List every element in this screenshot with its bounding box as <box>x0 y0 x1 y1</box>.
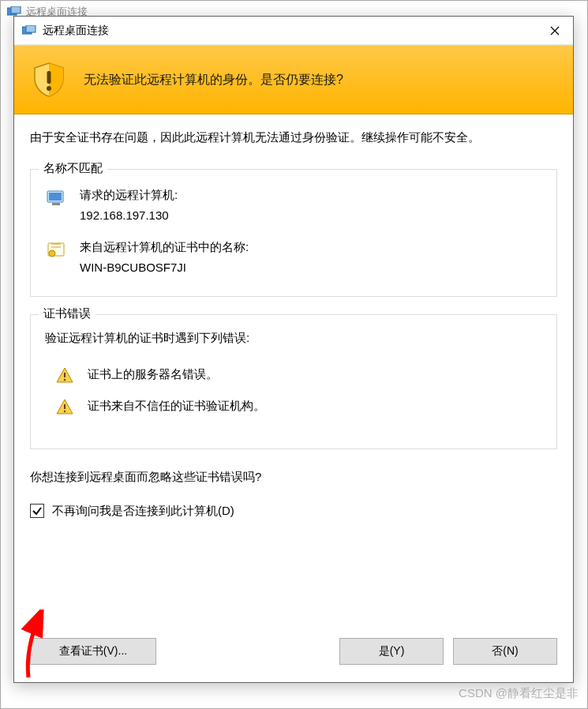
cert-errors-intro: 验证远程计算机的证书时遇到下列错误: <box>45 331 542 346</box>
banner-message: 无法验证此远程计算机的身份。是否仍要连接? <box>84 72 343 88</box>
titlebar: 远程桌面连接 <box>14 17 573 45</box>
svg-point-5 <box>47 86 51 91</box>
rdp-icon <box>22 25 36 36</box>
warning-icon <box>56 398 73 415</box>
warning-icon <box>56 366 73 384</box>
close-icon <box>550 26 560 36</box>
mismatch-title: 名称不匹配 <box>39 161 107 176</box>
button-row: 查看证书(V)... 是(Y) 否(N) <box>14 638 573 682</box>
svg-point-14 <box>64 410 66 411</box>
svg-rect-4 <box>47 71 51 84</box>
dialog-title: 远程桌面连接 <box>43 24 537 38</box>
name-mismatch-group: 名称不匹配 请求的远程计算机: 192.168.197.130 来自远程计算机的… <box>30 169 557 297</box>
dont-ask-label: 不再询问我是否连接到此计算机(D) <box>52 504 234 519</box>
error-row: 证书上的服务器名错误。 <box>56 366 542 384</box>
warning-banner: 无法验证此远程计算机的身份。是否仍要连接? <box>14 45 573 114</box>
cert-name-value: WIN-B9CUBOSF7JI <box>80 258 249 277</box>
cert-errors-group: 证书错误 验证远程计算机的证书时遇到下列错误: 证书上的服务器名错误。 证书来自… <box>30 314 557 449</box>
requested-label: 请求的远程计算机: <box>80 186 178 204</box>
shield-icon <box>30 61 68 99</box>
intro-text: 由于安全证书存在问题，因此此远程计算机无法通过身份验证。继续操作可能不安全。 <box>30 129 557 147</box>
error-text: 证书来自不信任的证书验证机构。 <box>88 399 265 414</box>
error-text: 证书上的服务器名错误。 <box>88 367 218 382</box>
confirm-question: 你想连接到远程桌面而忽略这些证书错误吗? <box>30 470 557 485</box>
requested-computer-row: 请求的远程计算机: 192.168.197.130 <box>45 186 542 225</box>
dont-ask-row: 不再询问我是否连接到此计算机(D) <box>30 504 557 519</box>
svg-rect-11 <box>64 373 66 377</box>
svg-point-10 <box>49 250 55 257</box>
certificate-icon <box>45 239 67 261</box>
requested-value: 192.168.197.130 <box>80 206 178 225</box>
view-certificate-button[interactable]: 查看证书(V)... <box>30 638 156 665</box>
no-button[interactable]: 否(N) <box>453 638 557 665</box>
cert-name-row: 来自远程计算机的证书中的名称: WIN-B9CUBOSF7JI <box>45 238 542 277</box>
cert-name-label: 来自远程计算机的证书中的名称: <box>80 238 249 257</box>
cert-errors-title: 证书错误 <box>39 306 96 321</box>
error-row: 证书来自不信任的证书验证机构。 <box>56 398 542 415</box>
dialog-content: 由于安全证书存在问题，因此此远程计算机无法通过身份验证。继续操作可能不安全。 名… <box>14 114 573 638</box>
computer-icon <box>45 187 67 209</box>
dont-ask-checkbox[interactable] <box>30 504 44 518</box>
svg-rect-7 <box>49 193 62 201</box>
close-button[interactable] <box>537 17 573 45</box>
check-icon <box>32 505 43 516</box>
svg-point-12 <box>64 378 66 380</box>
svg-rect-3 <box>26 25 36 32</box>
svg-rect-1 <box>11 6 21 13</box>
security-dialog: 远程桌面连接 无法验证此远程计算机的身份。是否仍要连接? 由于安全证书存在问题，… <box>13 16 574 683</box>
yes-button[interactable]: 是(Y) <box>339 638 444 665</box>
svg-rect-13 <box>64 404 66 409</box>
svg-rect-8 <box>52 203 60 205</box>
